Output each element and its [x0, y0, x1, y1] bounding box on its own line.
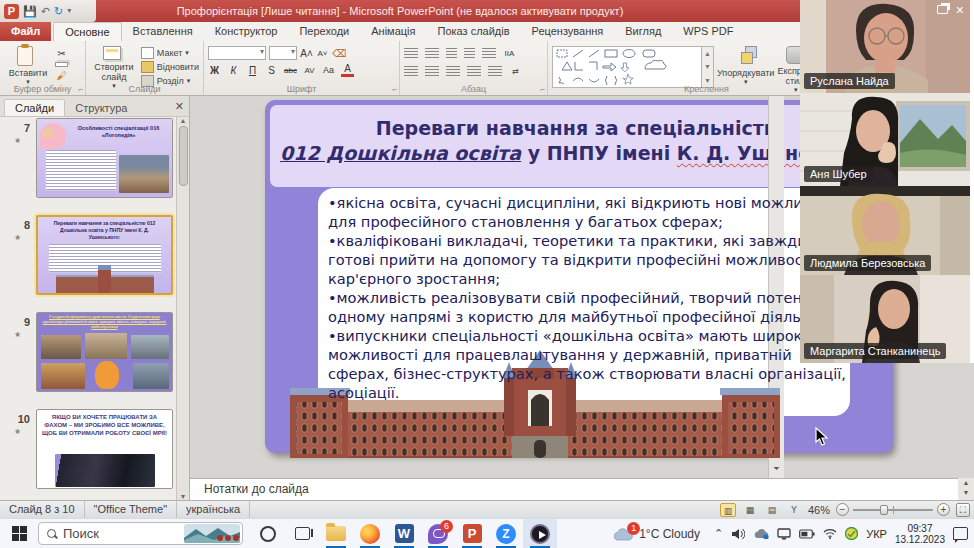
underline-icon[interactable]: П	[246, 64, 259, 77]
arrange-button[interactable]: Упорядкувати▾	[717, 44, 774, 82]
media-player-button[interactable]	[523, 519, 557, 548]
slideshow-icon[interactable]: 𝖸	[786, 503, 802, 517]
volume-icon[interactable]	[731, 528, 745, 540]
keyboard-language[interactable]: УКР	[866, 528, 887, 540]
italic-icon[interactable]: К	[227, 64, 240, 77]
shapes-gallery[interactable]	[552, 46, 702, 88]
ribbon-tab-home[interactable]: Основне	[53, 22, 121, 41]
decrease-indent-icon[interactable]	[446, 48, 457, 59]
display-icon[interactable]	[777, 528, 791, 540]
shadow-icon[interactable]: S	[265, 64, 278, 77]
copy-icon[interactable]	[55, 62, 68, 67]
reset-button[interactable]: Відновити	[141, 61, 199, 73]
word-button[interactable]: W	[387, 519, 421, 548]
ribbon-tab-wpspdf[interactable]: WPS PDF	[672, 22, 744, 41]
line-spacing-icon[interactable]	[482, 48, 496, 59]
convert-smartart-icon[interactable]: ⇄	[509, 65, 522, 78]
file-explorer-button[interactable]	[319, 519, 353, 548]
battery-icon[interactable]	[799, 529, 815, 539]
action-center-icon[interactable]	[953, 527, 968, 540]
powerpoint-button[interactable]: P	[455, 519, 489, 548]
video-tile-4[interactable]: Маргарита Станканинець	[800, 275, 970, 363]
scroll-up-icon[interactable]: ▲	[180, 117, 187, 124]
video-tile-3[interactable]: Людмила Березовська	[800, 186, 970, 275]
new-slide-button[interactable]: Створити слайд▾	[90, 44, 138, 82]
slide-sorter-icon[interactable]: ▦	[742, 503, 758, 517]
video-tile-1[interactable]: × Руслана Найда	[800, 0, 970, 93]
shapes-gallery-scroll[interactable]: ▲▼▼	[702, 46, 714, 88]
align-center-icon[interactable]	[425, 66, 439, 77]
ribbon-tab-insert[interactable]: Вставлення	[122, 22, 204, 41]
task-view-button[interactable]	[285, 519, 319, 548]
weather-widget[interactable]: 1 1°C Cloudy	[608, 526, 704, 542]
redo-icon[interactable]: ↻	[54, 4, 63, 18]
ribbon-tab-design[interactable]: Конструктор	[204, 22, 289, 41]
bullets-icon[interactable]	[404, 48, 418, 59]
zoom-button[interactable]: Z	[489, 519, 523, 548]
undo-icon[interactable]: ↶	[41, 4, 50, 18]
antivirus-icon[interactable]	[845, 527, 858, 540]
clock[interactable]: 09:37 13.12.2023	[895, 523, 945, 545]
video-tile-2[interactable]: Аня Шубер	[800, 93, 970, 186]
firefox-button[interactable]	[353, 519, 387, 548]
tray-expand-icon[interactable]: ⌃	[714, 527, 723, 540]
slide-bullets[interactable]: •якісна освіта, сучасні дисципліни, які …	[328, 194, 852, 403]
ribbon-tab-slideshow[interactable]: Показ слайдів	[426, 22, 520, 41]
ribbon-tab-view[interactable]: Вигляд	[614, 22, 672, 41]
notes-scrollbar[interactable]: ▲▼	[958, 478, 974, 500]
align-left-icon[interactable]	[404, 66, 418, 77]
search-box[interactable]: Поиск	[38, 522, 243, 545]
zoom-slider[interactable]: − +	[836, 503, 950, 516]
save-icon[interactable]: 💾	[23, 4, 37, 18]
font-size-select[interactable]	[269, 46, 297, 60]
paragraph-dialog-launcher[interactable]: ⌐	[540, 85, 545, 94]
ribbon-tab-animations[interactable]: Анімація	[360, 22, 426, 41]
slide-title-box[interactable]: Переваги навчання за спеціальністю 012 Д…	[270, 105, 888, 187]
slide-10-thumbnail[interactable]: ЯКЩО ВИ ХОЧЕТЕ ПРАЦЮВАТИ ЗА ФАХОМ – МИ З…	[36, 409, 173, 489]
theme-name[interactable]: "Office Theme"	[85, 501, 177, 518]
paste-button[interactable]: Вставити▾	[4, 44, 52, 82]
shrink-font-icon[interactable]: A˅	[316, 47, 329, 60]
panel-close-icon[interactable]: ✕	[175, 100, 184, 113]
viber-button[interactable]: 6	[421, 519, 455, 548]
format-painter-icon[interactable]: 🖌	[55, 69, 68, 82]
scroll-thumb[interactable]	[179, 126, 188, 186]
zoom-level[interactable]: 46%	[808, 504, 830, 516]
ribbon-tab-file[interactable]: Файл	[0, 22, 51, 41]
normal-view-icon[interactable]: ▥	[720, 503, 736, 517]
grow-font-icon[interactable]: A˄	[300, 47, 313, 60]
font-name-select[interactable]	[208, 46, 266, 60]
current-slide[interactable]: Переваги навчання за спеціальністю 012 Д…	[265, 100, 893, 453]
scroll-down-icon[interactable]: ▼	[180, 493, 187, 500]
onedrive-icon[interactable]	[753, 528, 769, 539]
bold-icon[interactable]: Ж	[208, 64, 221, 77]
increase-indent-icon[interactable]	[464, 48, 475, 59]
slide-8-thumbnail[interactable]: Переваги навчання за спеціальністю 012 Д…	[36, 215, 173, 295]
columns-icon[interactable]	[488, 66, 502, 77]
change-case-icon[interactable]: Aa	[322, 64, 335, 77]
powerpoint-logo-icon[interactable]: P	[4, 4, 19, 19]
numbering-icon[interactable]	[425, 48, 439, 59]
reading-view-icon[interactable]: ▤	[764, 503, 780, 517]
gallery-view-icon[interactable]	[937, 5, 948, 14]
cut-icon[interactable]: ✂	[55, 47, 68, 60]
start-button[interactable]	[0, 519, 38, 548]
font-dialog-launcher[interactable]: ⌐	[392, 85, 397, 94]
strikethrough-icon[interactable]: abc	[284, 64, 297, 77]
clear-formatting-icon[interactable]: ⌫	[332, 47, 346, 60]
search-highlight-image[interactable]	[184, 524, 240, 543]
justify-icon[interactable]	[467, 66, 481, 77]
text-direction-icon[interactable]: ІІА	[503, 47, 516, 60]
align-right-icon[interactable]	[446, 66, 460, 77]
ribbon-tab-review[interactable]: Рецензування	[521, 22, 615, 41]
wifi-icon[interactable]	[823, 528, 837, 539]
zoom-in-icon[interactable]: +	[937, 503, 950, 516]
font-color-icon[interactable]: A	[341, 64, 354, 77]
cortana-button[interactable]	[251, 519, 285, 548]
zoom-out-icon[interactable]: −	[836, 503, 849, 516]
tab-slides[interactable]: Слайди	[4, 99, 65, 116]
tab-outline[interactable]: Структура	[65, 100, 137, 116]
fit-to-window-icon[interactable]: ⛶	[956, 503, 970, 517]
language-indicator[interactable]: українська	[177, 501, 250, 518]
clipboard-dialog-launcher[interactable]: ⌐	[78, 85, 83, 94]
